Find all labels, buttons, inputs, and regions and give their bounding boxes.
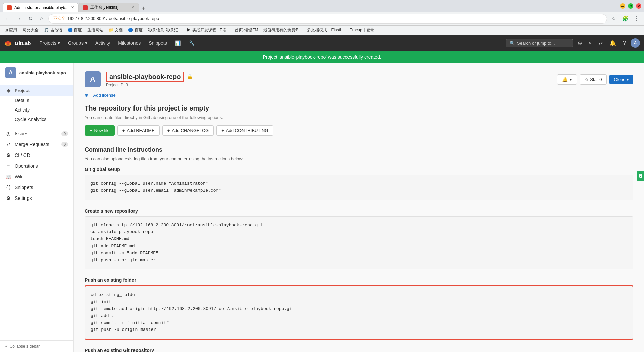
sidebar-item-cycle-analytics[interactable]: Cycle Analytics: [0, 115, 73, 124]
address-bar[interactable]: 不安全 192.168.2.200:8091/root/ansible-play…: [48, 14, 607, 24]
action-buttons: + New file + Add README + Add CHANGELOG …: [85, 125, 633, 136]
projects-dropdown-icon: ▾: [58, 40, 60, 46]
add-contributing-button[interactable]: + Add CONTRIBUTING: [216, 125, 273, 136]
sidebar-item-snippets[interactable]: { } Snippets: [0, 182, 73, 193]
sidebar-item-merge-requests[interactable]: ⇄ Merge Requests 0: [0, 139, 73, 150]
project-info: ansible-playbook-repo 🔒 Project ID: 3: [106, 72, 552, 87]
add-readme-button[interactable]: + Add README: [117, 125, 160, 136]
sidebar-project-avatar: A: [5, 67, 16, 78]
clone-button[interactable]: Clone ▾: [609, 75, 633, 84]
sidebar-item-operations[interactable]: ≡ Operations: [0, 161, 73, 171]
nav-projects[interactable]: Projects ▾: [36, 38, 64, 48]
gitlab-brand-label: GitLab: [15, 40, 31, 46]
plus-button[interactable]: ⊕: [576, 38, 584, 48]
project-visibility-icon: 🔒: [187, 74, 193, 79]
sidebar-nav: ◆ Project Details Activity Cycle Analyti…: [0, 82, 73, 206]
navbar-links: Projects ▾ Groups ▾ Activity Milestones …: [36, 38, 198, 48]
subsection-push-folder: Push an existing folder cd existing_fold…: [85, 277, 633, 340]
nav-milestones[interactable]: Milestones: [115, 38, 144, 48]
bookmark-2[interactable]: 🎵 吉他谱: [42, 27, 64, 34]
bookmark-1[interactable]: 网比大全: [20, 27, 41, 34]
window-close-button[interactable]: ✕: [636, 3, 641, 9]
add-license-icon: ⊕: [85, 93, 88, 98]
project-icon: ◆: [5, 88, 11, 93]
bookmark-12[interactable]: Tracup｜登录: [348, 27, 376, 34]
url-text: 192.168.2.200:8091/root/ansible-playbook…: [67, 16, 602, 21]
create-repo-title: Create a new repository: [85, 208, 633, 214]
notification-button[interactable]: 🔔 ▾: [557, 74, 577, 85]
help-button[interactable]: ?: [621, 38, 628, 48]
bell-button[interactable]: 🔔: [607, 38, 618, 48]
add-readme-icon: +: [122, 128, 125, 133]
bookmark-8[interactable]: ▶ 实战开发课程_IT培...: [185, 27, 231, 34]
bookmark-button[interactable]: ☆: [609, 14, 619, 24]
back-button[interactable]: ←: [3, 14, 12, 24]
bookmark-3[interactable]: 🔵 百度: [66, 27, 84, 34]
issues-button[interactable]: ⌖: [587, 38, 594, 48]
tab-close-gitlab[interactable]: ✕: [71, 5, 74, 10]
window-maximize-button[interactable]: □: [628, 3, 633, 9]
sidebar-item-details[interactable]: Details: [0, 96, 73, 105]
browser-tab-jenkins[interactable]: 工作台[Jenkins] ✕: [78, 3, 139, 12]
gitlab-brand[interactable]: GitLab: [4, 39, 31, 47]
reload-button[interactable]: ↻: [25, 14, 35, 24]
nav-snippets[interactable]: Snippets: [145, 38, 170, 48]
bookmark-5[interactable]: 📁 文档: [107, 27, 125, 34]
sidebar-item-issues[interactable]: ◎ Issues 0: [0, 128, 73, 139]
new-tab-button[interactable]: +: [139, 5, 148, 12]
nav-activity[interactable]: Activity: [92, 38, 113, 48]
search-box[interactable]: 🔍 Search or jump to...: [506, 39, 573, 47]
menu-button[interactable]: ⋮: [632, 14, 641, 24]
nav-groups[interactable]: Groups ▾: [65, 38, 91, 48]
bookmark-7[interactable]: 秒杀信息_秒杀汇...: [146, 27, 184, 34]
add-changelog-label: Add CHANGELOG: [172, 128, 209, 133]
star-button[interactable]: ☆ Star 0: [580, 74, 607, 85]
search-icon: 🔍: [509, 41, 515, 46]
merge-request-button[interactable]: ⇄: [596, 38, 605, 48]
home-button[interactable]: ⌂: [37, 14, 46, 24]
bookmark-11[interactable]: 多文档模式｜Elasti...: [305, 27, 346, 34]
forward-button[interactable]: →: [14, 14, 23, 24]
sidebar: A ansible-playbook-repo ◆ Project Detail…: [0, 63, 74, 352]
bookmark-10[interactable]: 最值得用有的免费B...: [261, 27, 304, 34]
nav-graph-icon[interactable]: 📊: [172, 38, 184, 48]
add-contributing-icon: +: [221, 128, 224, 133]
sidebar-item-settings[interactable]: ⚙ Settings: [0, 193, 73, 204]
clone-label: Clone ▾: [614, 77, 629, 82]
sidebar-wiki-label: Wiki: [15, 174, 23, 179]
security-icon: 不安全: [53, 16, 65, 21]
collapse-sidebar-button[interactable]: « Collapse sidebar: [0, 340, 73, 352]
star-icon: ☆: [585, 77, 589, 82]
success-banner: Project 'ansible-playbook-repo' was succ…: [0, 51, 644, 63]
subsection-create-repo: Create a new repository git clone http:/…: [85, 208, 633, 270]
nav-wrench-icon[interactable]: 🔧: [185, 38, 198, 48]
tab-close-jenkins[interactable]: ✕: [131, 5, 135, 10]
groups-dropdown-icon: ▾: [85, 40, 87, 46]
bookmark-apps[interactable]: ⊞ 应用: [3, 27, 19, 34]
sidebar-settings-label: Settings: [15, 195, 32, 201]
bookmark-4[interactable]: 生活网站: [85, 27, 105, 34]
git-global-code: git config --global user.name "Administr…: [85, 175, 633, 200]
bookmark-9[interactable]: 首页-蜻蜓FM: [233, 27, 260, 34]
tab-favicon-jenkins: [83, 5, 88, 10]
add-license-link[interactable]: ⊕ + Add license: [85, 93, 633, 98]
sidebar-item-activity[interactable]: Activity: [0, 105, 73, 115]
user-avatar[interactable]: A: [631, 38, 640, 48]
notification-icon: 🔔: [562, 77, 568, 82]
sidebar-item-ci-cd[interactable]: ⚙ CI / CD: [0, 150, 73, 161]
new-file-icon: +: [90, 128, 92, 133]
extensions-button[interactable]: 🧩: [621, 14, 630, 24]
sidebar-item-project[interactable]: ◆ Project: [0, 85, 73, 96]
sidebar-project-label: Project: [15, 88, 30, 93]
right-sidebar-widget[interactable]: 62: [637, 171, 644, 181]
browser-tab-gitlab[interactable]: Administrator / ansible-playb... ✕: [3, 3, 78, 12]
add-changelog-button[interactable]: + Add CHANGELOG: [162, 125, 214, 136]
bookmarks-bar: ⊞ 应用 网比大全 🎵 吉他谱 🔵 百度 生活网站 📁 文档 🔵 百度 秒杀信息…: [0, 26, 644, 35]
git-global-title: Git global setup: [85, 167, 633, 172]
sidebar-item-wiki[interactable]: 📖 Wiki: [0, 171, 73, 182]
new-file-button[interactable]: + New file: [85, 125, 115, 136]
search-placeholder: Search or jump to...: [517, 41, 555, 46]
sidebar-cycle-analytics-label: Cycle Analytics: [15, 117, 46, 122]
window-minimize-button[interactable]: —: [620, 3, 625, 9]
bookmark-6[interactable]: 🔵 百度: [126, 27, 144, 34]
